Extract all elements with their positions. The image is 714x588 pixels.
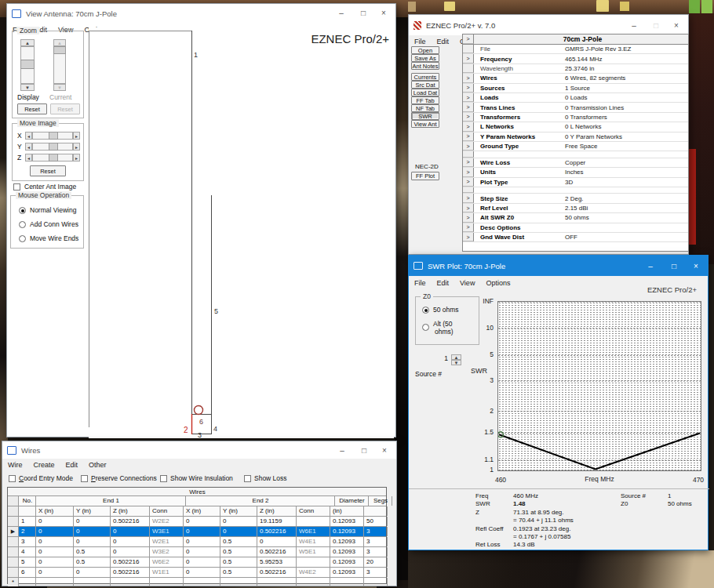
- minimize-icon[interactable]: –: [332, 441, 352, 459]
- coord-cell[interactable]: 20: [364, 557, 388, 567]
- expand-row-button[interactable]: >: [463, 93, 474, 102]
- model-table-header-row[interactable]: > 70cm J-Pole: [463, 34, 688, 45]
- z0-alt-radio[interactable]: [422, 324, 429, 331]
- model-table-row[interactable]: >Frequency465.144 MHz: [463, 54, 688, 64]
- model-table-row[interactable]: >Ref Level2.15 dBi: [463, 204, 688, 213]
- coord-cell[interactable]: 0.5: [220, 568, 257, 577]
- coord-cell[interactable]: 0.502216: [257, 547, 297, 557]
- coord-cell[interactable]: 0: [184, 537, 220, 546]
- checkbox-show-loss[interactable]: [244, 475, 251, 482]
- maximize-icon[interactable]: □: [646, 16, 666, 34]
- coord-cell[interactable]: 0: [220, 527, 257, 536]
- conn-cell[interactable]: W4E1: [297, 537, 330, 546]
- close-icon[interactable]: ×: [374, 441, 395, 459]
- checkbox-preserve-connections[interactable]: [81, 475, 88, 482]
- checkbox-show-wire-insulation[interactable]: [160, 475, 167, 482]
- model-table-row[interactable]: >Wire LossCopper: [463, 158, 688, 168]
- coord-cell[interactable]: 0: [36, 517, 74, 526]
- coord-cell[interactable]: 0: [74, 517, 111, 526]
- close-icon[interactable]: ×: [373, 4, 394, 21]
- expand-row-button[interactable]: >: [463, 158, 474, 167]
- coord-cell[interactable]: 0: [257, 537, 297, 546]
- model-table-row[interactable]: >Wires6 Wires, 82 segments: [463, 74, 688, 83]
- close-icon[interactable]: ×: [686, 257, 706, 274]
- coord-cell[interactable]: 5.95253: [257, 557, 297, 567]
- model-table-row[interactable]: FileGMRS J-Pole Rev 3.EZ: [463, 45, 688, 54]
- move-x-right-icon[interactable]: ▸: [73, 132, 80, 140]
- conn-cell[interactable]: W3E1: [150, 527, 184, 536]
- coord-cell[interactable]: 0.5: [220, 537, 257, 546]
- coord-cell[interactable]: 0.12093: [330, 537, 364, 546]
- menu-item-wire[interactable]: Wire: [2, 459, 28, 470]
- wire-row-3[interactable]: 3000W2E100.50W4E10.120933: [8, 537, 386, 547]
- minimize-icon[interactable]: –: [640, 257, 661, 274]
- zoom-current-down-icon[interactable]: ▼: [53, 84, 66, 91]
- expand-row-button[interactable]: >: [463, 168, 474, 176]
- spinner-down-icon[interactable]: ▼: [451, 360, 461, 365]
- model-table-row[interactable]: >Transformers0 Transformers: [463, 113, 688, 122]
- coord-cell[interactable]: 0: [184, 568, 220, 577]
- spinner-up-icon[interactable]: ▲: [451, 354, 461, 360]
- ff-plot-button[interactable]: FF Plot: [411, 172, 439, 180]
- row-selector[interactable]: [8, 557, 19, 567]
- coord-cell[interactable]: 0.502216: [257, 527, 297, 536]
- coord-cell[interactable]: 0: [184, 517, 220, 526]
- move-y-right-icon[interactable]: ▸: [73, 143, 80, 151]
- coord-cell[interactable]: 0.5: [220, 557, 257, 567]
- expand-row-button[interactable]: >: [463, 194, 474, 202]
- coord-cell[interactable]: 19.1159: [257, 517, 297, 526]
- coord-cell[interactable]: 0: [220, 517, 257, 526]
- zoom-display-slider-thumb[interactable]: [20, 60, 35, 69]
- ant-notes-button[interactable]: Ant Notes: [411, 62, 439, 70]
- source-spinner-value[interactable]: 1: [432, 354, 450, 365]
- coord-cell[interactable]: 0.502216: [111, 517, 150, 526]
- coord-cell[interactable]: 0: [74, 568, 111, 577]
- coord-cell[interactable]: 0.502216: [111, 568, 150, 577]
- checkbox-coord-entry-mode[interactable]: [9, 475, 16, 482]
- coord-cell[interactable]: 3: [364, 527, 388, 536]
- coord-cell[interactable]: 0: [36, 537, 74, 546]
- coord-cell[interactable]: 0.5: [74, 557, 111, 567]
- coord-cell[interactable]: 0: [184, 547, 220, 557]
- move-y-thumb[interactable]: [49, 143, 58, 151]
- mouse-op-radio-move-wire-ends[interactable]: [19, 235, 26, 242]
- model-table-row[interactable]: Wavelength25.3746 in: [463, 64, 688, 74]
- row-selector[interactable]: [8, 537, 19, 546]
- wire-row-4[interactable]: 400.50W3E200.50.502216W5E10.120933: [8, 547, 386, 557]
- conn-cell[interactable]: W6E1: [297, 527, 330, 536]
- expand-row-button[interactable]: >: [463, 204, 474, 212]
- nf-tab-button[interactable]: NF Tab: [411, 104, 439, 112]
- model-table-row[interactable]: >Sources1 Source: [463, 84, 688, 93]
- maximize-icon[interactable]: □: [664, 257, 684, 274]
- model-table-row[interactable]: >Alt SWR Z050 ohms: [463, 213, 688, 223]
- coord-cell[interactable]: 0: [74, 527, 111, 536]
- expand-row-button[interactable]: >: [463, 122, 474, 131]
- expand-row-button[interactable]: >: [463, 213, 474, 222]
- model-table-row[interactable]: >Loads0 Loads: [463, 93, 688, 103]
- coord-cell[interactable]: 0: [111, 527, 150, 536]
- antenna-view-canvas[interactable]: EZNEC Pro/2+ 1 5 6 2 4 3: [89, 27, 394, 438]
- move-image-reset-button[interactable]: Reset: [30, 165, 66, 176]
- move-z-right-icon[interactable]: ▸: [73, 154, 80, 162]
- expand-row-button[interactable]: >: [463, 142, 474, 151]
- load-dat-button[interactable]: Load Dat: [411, 89, 439, 96]
- coord-cell[interactable]: 0.12093: [330, 517, 364, 526]
- expand-row-button[interactable]: >: [463, 74, 474, 82]
- coord-cell[interactable]: 3: [364, 537, 388, 546]
- move-y-left-icon[interactable]: ◂: [25, 143, 32, 151]
- expand-row-button[interactable]: >: [463, 178, 474, 187]
- new-row-selector[interactable]: *: [8, 578, 19, 586]
- menu-item-edit[interactable]: Edit: [432, 36, 455, 47]
- menu-item-file[interactable]: File: [409, 36, 432, 47]
- coord-cell[interactable]: 0.5: [220, 547, 257, 557]
- coord-cell[interactable]: 0.502216: [111, 557, 150, 567]
- currents-button[interactable]: Currents: [411, 73, 439, 81]
- src-dat-button[interactable]: Src Dat: [411, 81, 439, 89]
- close-icon[interactable]: ×: [666, 16, 687, 34]
- row-selector[interactable]: [8, 517, 19, 526]
- conn-cell[interactable]: W5E1: [297, 547, 330, 557]
- row-selector[interactable]: ▶: [8, 527, 19, 536]
- expand-row-button[interactable]: >: [463, 223, 474, 232]
- expand-row-button[interactable]: >: [463, 132, 474, 141]
- model-table-row[interactable]: >Step Size2 Deg.: [463, 194, 688, 203]
